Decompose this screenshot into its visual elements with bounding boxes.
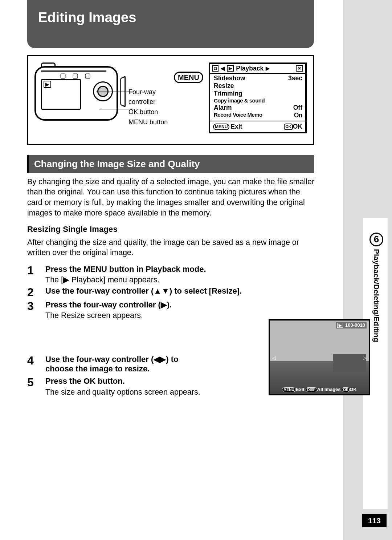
sub-heading: Resizing Single Images: [27, 225, 343, 234]
menu-pill-icon: MENU: [282, 387, 295, 392]
lcd-footer-ok: OK: [293, 123, 302, 130]
sub-paragraph: After changing the size and quality, the…: [27, 237, 316, 258]
lcd-row-slideshow: Slideshow: [214, 74, 245, 82]
callout-menu: MENU button: [128, 117, 168, 128]
lcd-val-voicememo: On: [294, 112, 302, 119]
step-3-title: Press the four-way controller (▶).: [45, 300, 205, 310]
lcd-row-copy: Copy image & sound: [214, 97, 265, 104]
lcd-tab-title: Playback: [236, 65, 264, 72]
step-1: 1 Press the MENU button in Playback mode…: [27, 265, 316, 285]
page-title-block: Editing Images: [27, 0, 314, 48]
step-4-title: Use the four-way controller (◀▶) to choo…: [45, 355, 205, 374]
menu-pill-icon: MENU: [213, 124, 229, 130]
step-1-title: Press the MENU button in Playback mode.: [45, 265, 316, 274]
resize-screen-preview: ▶100-0010 ◁ ▷ MENUExit DISPAll Images OK…: [269, 319, 370, 395]
step-3-body: The Resize screen appears.: [45, 311, 205, 321]
lcd-row-alarm: Alarm: [214, 104, 232, 112]
ok-pill-icon: OK: [284, 124, 293, 130]
callout-fourway: Four-way controller: [128, 87, 168, 108]
step-2: 2 Use the four-way controller (▲▼) to se…: [27, 286, 316, 299]
step-3: 3 Press the four-way controller (▶). The…: [27, 300, 316, 321]
lcd-footer-exit: Exit: [230, 123, 242, 130]
menu-button-icon: MENU: [174, 72, 203, 83]
image-counter: 100-0010: [345, 322, 365, 328]
ok-pill-icon: OK: [342, 387, 350, 392]
left-arrow-icon: ◁: [272, 355, 276, 361]
camera-mode-icon: ◘: [212, 65, 219, 72]
page-number: 113: [362, 514, 387, 527]
section-heading: Changing the Image Size and Quality: [27, 155, 314, 173]
tools-icon: ✕: [296, 65, 303, 72]
intro-paragraph: By changing the size and quality of a se…: [27, 177, 316, 218]
step-2-title: Use the four-way controller (▲▼) to sele…: [45, 286, 316, 296]
lcd-row-resize: Resize: [214, 82, 234, 90]
page-title: Editing Images: [38, 9, 303, 26]
step-1-body: The [▶ Playback] menu appears.: [45, 275, 316, 285]
side-chapter-label: Playback/Deleting/Editing: [372, 249, 381, 342]
lcd-row-trimming: Trimming: [214, 90, 242, 97]
callout-ok: OK button: [128, 107, 168, 117]
camera-callouts: Four-way controller OK button MENU butto…: [128, 87, 168, 128]
lcd-row-voicememo: Record Voice Memo: [214, 112, 262, 119]
lcd-val-alarm: Off: [293, 104, 302, 112]
disp-pill-icon: DISP: [306, 387, 317, 392]
camera-figure: ▢ ▢ ▢ ▶ Four-way controller OK button ME…: [27, 55, 314, 145]
right-arrow-icon: ▷: [363, 355, 367, 361]
chapter-number-badge: 6: [369, 233, 383, 246]
camera-illustration: ▢ ▢ ▢ ▶: [34, 63, 123, 124]
lcd-menu-preview: ◘ ◀ ▶ Playback ▶ ✕ Slideshow3sec Resize …: [209, 63, 307, 133]
playback-icon: ▶: [337, 323, 343, 328]
playback-mode-icon: ▶: [227, 65, 234, 72]
lcd-val-slideshow: 3sec: [288, 74, 302, 82]
